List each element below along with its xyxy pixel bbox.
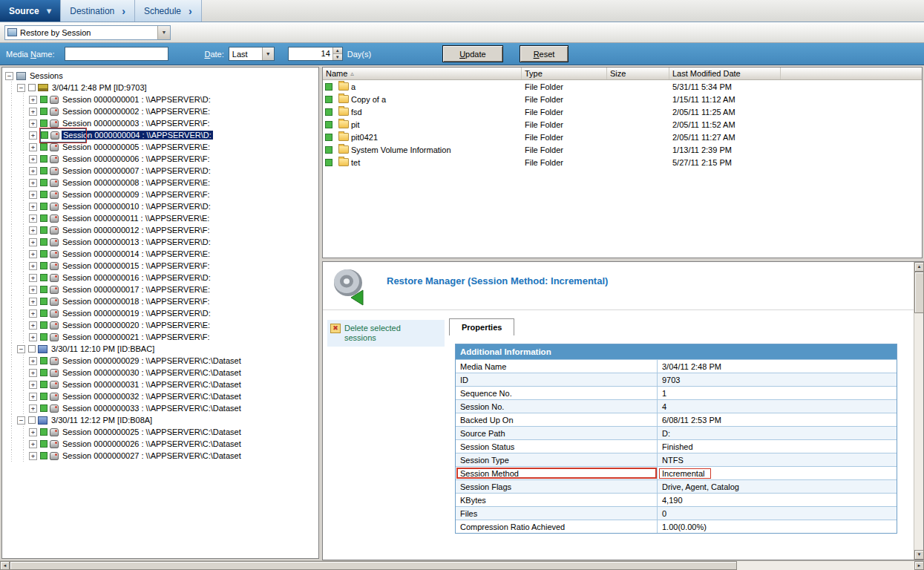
tree-item[interactable]: +Session 0000000011 : \\APPSERVER\E: xyxy=(2,212,318,224)
column-header[interactable]: Type xyxy=(522,68,607,79)
tree-item[interactable]: +Session 0000000014 : \\APPSERVER\E: xyxy=(2,248,318,260)
tree-item[interactable]: +Session 0000000010 : \\APPSERVER\D: xyxy=(2,200,318,212)
item-checkbox[interactable] xyxy=(325,134,332,141)
update-button[interactable]: Update xyxy=(442,45,502,62)
expand-toggle-icon[interactable]: + xyxy=(29,155,37,163)
expand-toggle-icon[interactable]: + xyxy=(29,369,37,377)
item-checkbox[interactable] xyxy=(325,159,332,166)
tree-item[interactable]: +Session 0000000018 : \\APPSERVER\F: xyxy=(2,295,318,307)
item-checkbox[interactable] xyxy=(40,404,47,412)
file-row[interactable]: fsdFile Folder2/05/11 11:25 AM xyxy=(323,105,922,118)
reset-button[interactable]: Reset xyxy=(520,45,569,62)
scroll-right-icon[interactable]: ► xyxy=(914,561,924,570)
expand-toggle-icon[interactable]: + xyxy=(29,309,37,318)
expand-toggle-icon[interactable]: + xyxy=(29,381,37,389)
item-checkbox[interactable] xyxy=(40,393,47,400)
file-row[interactable]: pit0421File Folder2/05/11 11:27 AM xyxy=(323,131,922,143)
tree-item[interactable]: −3/04/11 2:48 PM [ID:9703] xyxy=(2,82,318,94)
expand-toggle-icon[interactable]: + xyxy=(29,404,37,413)
expand-toggle-icon[interactable]: − xyxy=(17,84,25,92)
tree-item[interactable]: +Session 0000000021 : \\APPSERVER\F: xyxy=(2,331,318,343)
file-row[interactable]: System Volume InformationFile Folder1/13… xyxy=(323,143,922,156)
tree-item[interactable]: +Session 0000000033 : \\APPSERVER\C:\Dat… xyxy=(2,402,318,414)
expand-toggle-icon[interactable]: + xyxy=(29,428,37,436)
item-checkbox[interactable] xyxy=(40,203,47,210)
expand-toggle-icon[interactable]: + xyxy=(29,321,37,330)
item-checkbox[interactable] xyxy=(40,333,47,341)
item-checkbox[interactable] xyxy=(325,121,332,128)
expand-toggle-icon[interactable]: + xyxy=(29,333,37,341)
item-checkbox[interactable] xyxy=(28,416,36,424)
expand-toggle-icon[interactable]: + xyxy=(29,119,37,128)
tree-item[interactable]: +Session 0000000027 : \\APPSERVER\C:\Dat… xyxy=(2,450,318,462)
item-checkbox[interactable] xyxy=(325,146,332,154)
item-checkbox[interactable] xyxy=(40,108,47,115)
item-checkbox[interactable] xyxy=(325,83,332,91)
item-checkbox[interactable] xyxy=(40,274,47,281)
expand-toggle-icon[interactable]: + xyxy=(29,357,37,365)
item-checkbox[interactable] xyxy=(40,96,47,103)
tree-item[interactable]: +Session 0000000002 : \\APPSERVER\E: xyxy=(2,105,318,117)
expand-toggle-icon[interactable]: − xyxy=(17,416,25,425)
column-header[interactable]: Last Modified Date xyxy=(669,68,781,79)
column-header[interactable]: Name▵ xyxy=(323,68,522,79)
expand-toggle-icon[interactable]: + xyxy=(29,274,37,282)
expand-toggle-icon[interactable]: − xyxy=(5,72,13,80)
expand-toggle-icon[interactable]: + xyxy=(29,440,37,448)
expand-toggle-icon[interactable]: + xyxy=(29,262,37,270)
tree-item[interactable]: +Session 0000000015 : \\APPSERVER\F: xyxy=(2,260,318,272)
item-checkbox[interactable] xyxy=(40,191,47,198)
tree-item[interactable]: +Session 0000000013 : \\APPSERVER\D: xyxy=(2,236,318,248)
tree-item[interactable]: +Session 0000000004 : \\APPSERVER\D: xyxy=(2,129,318,141)
expand-toggle-icon[interactable]: + xyxy=(29,143,37,151)
spin-down-icon[interactable]: ▼ xyxy=(333,54,342,60)
tree-item[interactable]: +Session 0000000019 : \\APPSERVER\D: xyxy=(2,307,318,319)
tree-item[interactable]: +Session 0000000032 : \\APPSERVER\C:\Dat… xyxy=(2,390,318,402)
expand-toggle-icon[interactable]: + xyxy=(29,238,37,246)
date-range-select[interactable]: Last ▼ xyxy=(229,47,275,61)
file-row[interactable]: Copy of aFile Folder1/15/11 11:12 AM xyxy=(323,93,922,105)
tree-item[interactable]: +Session 0000000029 : \\APPSERVER\C:\Dat… xyxy=(2,355,318,367)
expand-toggle-icon[interactable]: + xyxy=(29,131,37,140)
expand-toggle-icon[interactable]: − xyxy=(17,345,25,353)
tree-item[interactable]: +Session 0000000025 : \\APPSERVER\C:\Dat… xyxy=(2,426,318,438)
days-spinner[interactable]: 14 ▲ ▼ xyxy=(288,47,343,61)
item-checkbox[interactable] xyxy=(40,214,47,222)
expand-toggle-icon[interactable]: + xyxy=(29,214,37,223)
tree-item[interactable]: +Session 0000000009 : \\APPSERVER\F: xyxy=(2,189,318,200)
item-checkbox[interactable] xyxy=(40,286,47,293)
scroll-down-icon[interactable]: ▼ xyxy=(914,550,924,560)
column-header[interactable]: Size xyxy=(607,68,669,79)
column-header[interactable] xyxy=(781,68,922,79)
tree-item[interactable]: −3/30/11 12:10 PM [ID:BBAC] xyxy=(2,343,318,355)
item-checkbox[interactable] xyxy=(40,167,47,174)
delete-sessions-action[interactable]: ✖ Delete selected sessions xyxy=(327,320,445,347)
tab-destination[interactable]: Destination › xyxy=(61,0,135,22)
item-checkbox[interactable] xyxy=(40,262,47,269)
horizontal-scrollbar[interactable]: ◄ ► xyxy=(0,560,924,570)
dropdown-arrow-icon[interactable]: ▼ xyxy=(262,48,274,60)
tree-item[interactable]: +Session 0000000005 : \\APPSERVER\E: xyxy=(2,141,318,153)
tree-item[interactable]: +Session 0000000007 : \\APPSERVER\D: xyxy=(2,165,318,177)
item-checkbox[interactable] xyxy=(40,357,47,364)
item-checkbox[interactable] xyxy=(40,250,47,258)
expand-toggle-icon[interactable]: + xyxy=(29,298,37,306)
tree-item[interactable]: +Session 0000000017 : \\APPSERVER\E: xyxy=(2,284,318,295)
dropdown-arrow-icon[interactable]: ▼ xyxy=(157,26,170,39)
item-checkbox[interactable] xyxy=(40,440,47,448)
item-checkbox[interactable] xyxy=(40,321,47,329)
scroll-left-icon[interactable]: ◄ xyxy=(0,561,10,570)
file-row[interactable]: aFile Folder5/31/11 5:34 PM xyxy=(323,80,922,93)
expand-toggle-icon[interactable]: + xyxy=(29,179,37,187)
item-checkbox[interactable] xyxy=(40,226,47,234)
expand-toggle-icon[interactable]: + xyxy=(29,250,37,258)
tree-item[interactable]: +Session 0000000012 : \\APPSERVER\F: xyxy=(2,224,318,236)
scrollbar-thumb[interactable] xyxy=(914,272,924,313)
tree-item[interactable]: −Sessions xyxy=(2,70,318,82)
item-checkbox[interactable] xyxy=(40,428,47,436)
item-checkbox[interactable] xyxy=(40,452,47,459)
item-checkbox[interactable] xyxy=(28,345,36,353)
item-checkbox[interactable] xyxy=(40,143,47,151)
expand-toggle-icon[interactable]: + xyxy=(29,167,37,175)
expand-toggle-icon[interactable]: + xyxy=(29,286,37,294)
